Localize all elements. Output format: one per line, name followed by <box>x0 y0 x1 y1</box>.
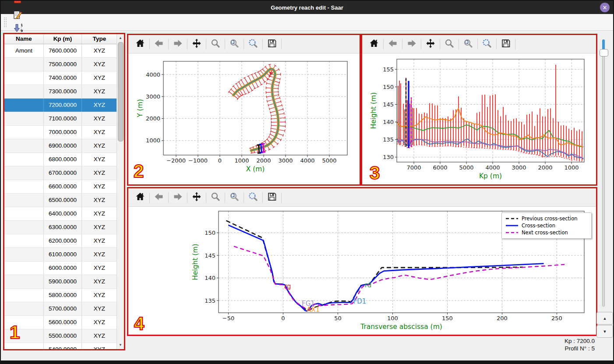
table-row[interactable]: 7500.0000XYZ <box>4 58 117 71</box>
table-row[interactable]: 6700.0000XYZ <box>4 166 117 180</box>
svg-text:135: 135 <box>383 136 394 143</box>
edit-profile-button[interactable] <box>11 9 25 22</box>
table-scrollbar-thumb[interactable] <box>118 42 124 141</box>
svg-text:Transverse abscissa (m): Transverse abscissa (m) <box>360 323 442 331</box>
table-scrollbar[interactable]: ▲ ▼ <box>116 34 124 349</box>
table-row[interactable]: 5900.0000XYZ <box>4 275 117 289</box>
svg-text:140: 140 <box>205 275 215 281</box>
back-button[interactable] <box>385 37 400 52</box>
profile-slider-handle[interactable] <box>600 49 608 57</box>
home-button[interactable] <box>133 190 148 205</box>
profile-name-cell <box>4 139 44 152</box>
longitudinal-profile-chart[interactable]: 7000600050004000300020001000130135140145… <box>362 53 596 184</box>
profile-down-button[interactable]: ▼ <box>596 325 613 338</box>
table-row[interactable]: 6500.0000XYZ <box>4 194 117 207</box>
table-row[interactable]: 6300.0000XYZ <box>4 221 117 234</box>
column-header[interactable]: Kp (m) <box>44 34 82 44</box>
profile-type-cell: XYZ <box>82 316 117 329</box>
pan-button[interactable] <box>423 37 438 52</box>
back-arrow-icon <box>388 38 398 50</box>
cross-section-toolbar: 1 <box>128 188 596 207</box>
profile-kp-cell: 6000.0000 <box>44 262 82 275</box>
profile-name-cell <box>4 289 44 302</box>
svg-text:3000: 3000 <box>512 164 526 171</box>
main-toolbar: 1919 <box>1 14 613 31</box>
svg-text:1000: 1000 <box>564 164 579 171</box>
home-button[interactable] <box>133 37 148 52</box>
zoom-selection-button[interactable] <box>246 37 261 52</box>
zoom-one-button[interactable]: 1 <box>227 190 242 205</box>
profile-type-cell: XYZ <box>82 112 117 125</box>
save-figure-button[interactable] <box>265 190 279 205</box>
table-row[interactable]: 6600.0000XYZ <box>4 180 117 194</box>
home-icon <box>135 191 145 203</box>
column-header[interactable]: Type <box>82 34 117 44</box>
profile-type-cell: XYZ <box>82 71 117 85</box>
column-header[interactable]: Name <box>4 34 44 44</box>
save-figure-button[interactable] <box>265 37 279 52</box>
table-row[interactable]: 7300.0000XYZ <box>4 85 117 99</box>
svg-text:9: 9 <box>21 29 23 33</box>
svg-text:6000: 6000 <box>433 164 447 171</box>
zoom-button[interactable] <box>208 37 223 52</box>
close-button[interactable]: ✕ <box>600 3 610 12</box>
zoom-selection-button[interactable] <box>480 37 494 52</box>
profile-type-cell: XYZ <box>82 180 117 193</box>
plan-view-chart[interactable]: −2000−1000010002000300040005000100020003… <box>128 53 360 184</box>
forward-button[interactable] <box>170 190 185 205</box>
table-row[interactable]: 6200.0000XYZ <box>4 234 117 248</box>
pan-button[interactable] <box>189 37 204 52</box>
zoom-button[interactable] <box>208 190 223 205</box>
back-button[interactable] <box>152 190 166 205</box>
table-row[interactable]: 6400.0000XYZ <box>4 207 117 221</box>
remove-profile-button[interactable] <box>11 0 25 9</box>
zoom-selection-button[interactable] <box>246 190 261 205</box>
pan-button[interactable] <box>189 190 204 205</box>
title-bar: Geometry reach edit - Saar ✕ <box>1 1 613 14</box>
table-row[interactable]: 6000.0000XYZ <box>4 262 117 275</box>
profile-type-cell: XYZ <box>82 329 117 343</box>
table-row[interactable]: Amont7600.0000XYZ <box>4 44 117 58</box>
table-row[interactable]: 7100.0000XYZ <box>4 112 117 126</box>
svg-text:−1000: −1000 <box>188 157 208 164</box>
table-row[interactable]: 6800.0000XYZ <box>4 153 117 166</box>
profile-kp-cell: 5800.0000 <box>44 289 82 302</box>
back-button[interactable] <box>152 37 166 52</box>
table-row[interactable]: 7000.0000XYZ <box>4 126 117 139</box>
status-profil: Profil N° : 5 <box>505 345 595 352</box>
table-row[interactable]: 6100.0000XYZ <box>4 248 117 262</box>
profile-type-cell: XYZ <box>82 234 117 247</box>
table-row[interactable]: 5800.0000XYZ <box>4 289 117 302</box>
zoom-button[interactable] <box>442 37 457 52</box>
svg-text:Height (m): Height (m) <box>370 92 378 129</box>
plan-view-toolbar: 1 <box>128 35 360 53</box>
magnifier-1-icon: 1 <box>229 38 240 50</box>
profile-kp-cell: 5900.0000 <box>44 275 82 288</box>
profile-name-cell <box>4 166 44 180</box>
svg-text:5000: 5000 <box>459 164 473 171</box>
profile-name-cell <box>4 58 44 71</box>
table-row[interactable]: 5400.0000XYZ <box>4 343 117 349</box>
scroll-up-icon[interactable]: ▲ <box>117 35 124 41</box>
table-row[interactable]: 7200.0000XYZ <box>4 99 117 112</box>
table-row[interactable]: 5700.0000XYZ <box>4 302 117 316</box>
scroll-down-icon[interactable]: ▼ <box>117 342 124 348</box>
profile-slider-track[interactable] <box>602 39 605 307</box>
pan-move-icon <box>191 38 202 50</box>
zoom-one-button[interactable]: 1 <box>227 37 242 52</box>
toolbar-separator <box>262 39 263 49</box>
forward-button[interactable] <box>170 37 185 52</box>
toolbar-grip[interactable] <box>4 17 7 28</box>
toolbar-separator <box>477 39 478 49</box>
save-figure-button[interactable] <box>498 37 513 52</box>
zoom-one-button[interactable]: 1 <box>461 37 476 52</box>
table-row[interactable]: 6900.0000XYZ <box>4 139 117 153</box>
home-button[interactable] <box>367 37 381 52</box>
table-row[interactable]: 5500.0000XYZ <box>4 329 117 343</box>
forward-button[interactable] <box>404 37 419 52</box>
profile-up-button[interactable]: ▲ <box>596 312 613 325</box>
table-row[interactable]: 5600.0000XYZ <box>4 316 117 329</box>
svg-text:2000: 2000 <box>538 164 552 171</box>
profile-type-cell: XYZ <box>82 289 117 302</box>
table-row[interactable]: 7400.0000XYZ <box>4 71 117 85</box>
